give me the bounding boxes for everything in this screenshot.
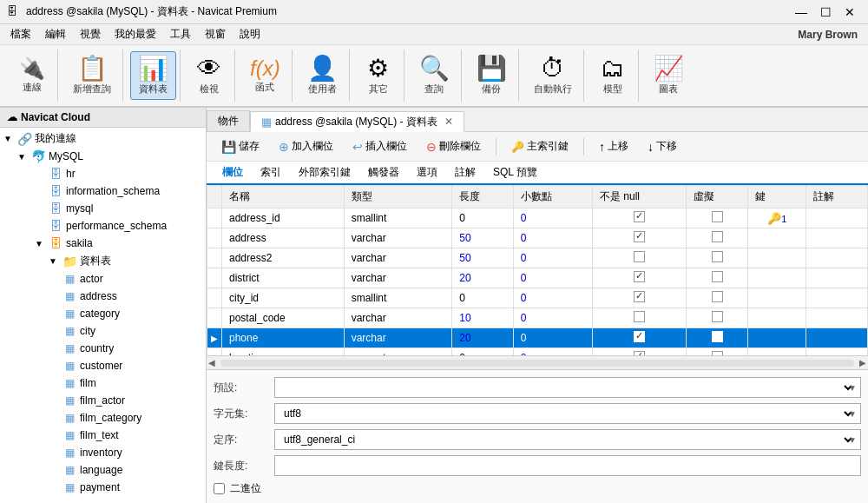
table-row[interactable]: ▶phonevarchar200 bbox=[207, 328, 868, 348]
field-not-null[interactable] bbox=[592, 328, 686, 348]
save-button[interactable]: 💾 儲存 bbox=[214, 136, 267, 157]
field-not-null[interactable] bbox=[592, 348, 686, 356]
collation-select[interactable]: utf8_general_ci ▼ bbox=[274, 429, 861, 450]
subtab-comment[interactable]: 註解 bbox=[446, 162, 484, 185]
subtab-fields[interactable]: 欄位 bbox=[214, 162, 252, 185]
table-row[interactable]: address_idsmallint00🔑1 bbox=[207, 208, 868, 228]
autorun-button[interactable]: ⏱ 自動執行 bbox=[526, 51, 580, 100]
charset-select[interactable]: utf8 ▼ bbox=[274, 403, 861, 424]
binary-checkbox[interactable] bbox=[214, 483, 225, 494]
table-film-text[interactable]: ▦ film_text bbox=[0, 427, 206, 444]
table-row[interactable]: districtvarchar200 bbox=[207, 268, 868, 288]
table-row[interactable]: address2varchar500 bbox=[207, 248, 868, 268]
table-inventory[interactable]: ▦ inventory bbox=[0, 444, 206, 461]
table-film-category[interactable]: ▦ film_category bbox=[0, 409, 206, 427]
preset-dropdown[interactable] bbox=[280, 381, 855, 394]
connect-button[interactable]: 🔌 連線 bbox=[10, 51, 54, 100]
field-virtual[interactable] bbox=[687, 268, 748, 288]
other-button[interactable]: ⚙ 其它 bbox=[357, 51, 400, 100]
minimize-button[interactable]: — bbox=[790, 3, 812, 21]
field-not-null[interactable] bbox=[592, 228, 686, 248]
preset-select[interactable]: ▼ bbox=[274, 377, 861, 398]
field-virtual[interactable] bbox=[687, 288, 748, 308]
primary-key-button[interactable]: 🔑 主索引鍵 bbox=[503, 136, 576, 157]
table-address[interactable]: ▦ address bbox=[0, 288, 206, 305]
subtab-index[interactable]: 索引 bbox=[252, 162, 290, 185]
table-folder[interactable]: ▼ 📁 資料表 bbox=[0, 252, 206, 270]
function-button[interactable]: f(x) 函式 bbox=[242, 51, 288, 100]
table-actor[interactable]: ▦ actor bbox=[0, 270, 206, 288]
tab-close-icon[interactable]: ✕ bbox=[444, 116, 453, 128]
col-name[interactable]: 名稱 bbox=[222, 186, 345, 208]
table-category[interactable]: ▦ category bbox=[0, 305, 206, 322]
field-virtual[interactable] bbox=[687, 228, 748, 248]
field-virtual[interactable] bbox=[687, 248, 748, 268]
table-button[interactable]: 📊 資料表 bbox=[130, 51, 176, 100]
key-length-field[interactable] bbox=[280, 460, 855, 472]
backup-button[interactable]: 💾 備份 bbox=[469, 51, 515, 100]
view-button[interactable]: 👁 檢視 bbox=[187, 51, 231, 100]
insert-field-button[interactable]: ↩ 插入欄位 bbox=[345, 136, 415, 157]
menu-file[interactable]: 檔案 bbox=[3, 25, 38, 43]
col-key[interactable]: 鍵 bbox=[748, 186, 806, 208]
table-film-actor[interactable]: ▦ film_actor bbox=[0, 392, 206, 409]
table-customer[interactable]: ▦ customer bbox=[0, 357, 206, 374]
subtab-sql-preview[interactable]: SQL 預覽 bbox=[484, 162, 546, 185]
model-button[interactable]: 🗂 模型 bbox=[591, 51, 635, 100]
db-sakila[interactable]: ▼ 🗄 sakila bbox=[0, 235, 206, 252]
field-not-null[interactable] bbox=[592, 208, 686, 228]
field-virtual[interactable] bbox=[687, 308, 748, 328]
mysql-item[interactable]: ▼ 🐬 MySQL bbox=[0, 148, 206, 165]
db-information-schema[interactable]: 🗄 information_schema bbox=[0, 182, 206, 200]
field-not-null[interactable] bbox=[592, 268, 686, 288]
table-row[interactable]: postal_codevarchar100 bbox=[207, 308, 868, 328]
col-virtual[interactable]: 虛擬 bbox=[687, 186, 748, 208]
col-comment[interactable]: 註解 bbox=[806, 186, 868, 208]
charset-dropdown[interactable]: utf8 bbox=[280, 407, 855, 420]
col-type[interactable]: 類型 bbox=[344, 186, 452, 208]
table-country[interactable]: ▦ country bbox=[0, 340, 206, 357]
subtab-foreign-key[interactable]: 外部索引鍵 bbox=[290, 162, 359, 185]
db-mysql[interactable]: 🗄 mysql bbox=[0, 200, 206, 217]
key-length-input[interactable] bbox=[274, 455, 861, 476]
subtab-trigger[interactable]: 觸發器 bbox=[359, 162, 408, 185]
field-not-null[interactable] bbox=[592, 308, 686, 328]
field-table-container[interactable]: 名稱 類型 長度 小數點 不是 null 虛擬 鍵 註解 address_ids… bbox=[207, 185, 868, 355]
new-query-button[interactable]: 📋 新增查詢 bbox=[65, 51, 119, 100]
move-down-button[interactable]: ↓ 下移 bbox=[640, 136, 685, 157]
col-not-null[interactable]: 不是 null bbox=[592, 186, 686, 208]
table-film[interactable]: ▦ film bbox=[0, 374, 206, 392]
query-button[interactable]: 🔍 查詢 bbox=[411, 51, 457, 100]
my-connections-item[interactable]: ▼ 🔗 我的連線 bbox=[0, 129, 206, 148]
menu-tools[interactable]: 工具 bbox=[163, 25, 198, 43]
add-field-button[interactable]: ⊕ 加入欄位 bbox=[271, 136, 341, 157]
maximize-button[interactable]: ☐ bbox=[814, 3, 837, 21]
table-row[interactable]: city_idsmallint00 bbox=[207, 288, 868, 308]
db-hr[interactable]: 🗄 hr bbox=[0, 165, 206, 182]
table-row[interactable]: locationgeometry00 bbox=[207, 348, 868, 356]
menu-help[interactable]: 說明 bbox=[233, 25, 267, 43]
table-row[interactable]: addressvarchar500 bbox=[207, 228, 868, 248]
tab-address-table[interactable]: ▦ address @sakila (MySQL) - 資料表 ✕ bbox=[250, 111, 464, 132]
field-not-null[interactable] bbox=[592, 248, 686, 268]
delete-field-button[interactable]: ⊖ 刪除欄位 bbox=[418, 136, 489, 157]
field-virtual[interactable] bbox=[687, 348, 748, 356]
table-city[interactable]: ▦ city bbox=[0, 322, 206, 340]
menu-window[interactable]: 視窗 bbox=[198, 25, 233, 43]
horizontal-scrollbar[interactable]: ◀ ▶ bbox=[207, 355, 868, 369]
user-button[interactable]: 👤 使用者 bbox=[299, 51, 345, 100]
collation-dropdown[interactable]: utf8_general_ci bbox=[280, 433, 855, 447]
subtab-options[interactable]: 選項 bbox=[408, 162, 446, 185]
chart-button[interactable]: 📈 圖表 bbox=[646, 51, 692, 100]
field-virtual[interactable] bbox=[687, 328, 748, 348]
db-performance-schema[interactable]: 🗄 performance_schema bbox=[0, 217, 206, 235]
table-payment[interactable]: ▦ payment bbox=[0, 479, 206, 496]
close-button[interactable]: ✕ bbox=[838, 3, 861, 21]
col-decimals[interactable]: 小數點 bbox=[513, 186, 592, 208]
field-not-null[interactable] bbox=[592, 288, 686, 308]
col-length[interactable]: 長度 bbox=[452, 186, 514, 208]
scrollbar-track[interactable] bbox=[220, 360, 854, 367]
menu-view[interactable]: 視覺 bbox=[73, 25, 108, 43]
table-language[interactable]: ▦ language bbox=[0, 461, 206, 479]
field-virtual[interactable] bbox=[687, 208, 748, 228]
